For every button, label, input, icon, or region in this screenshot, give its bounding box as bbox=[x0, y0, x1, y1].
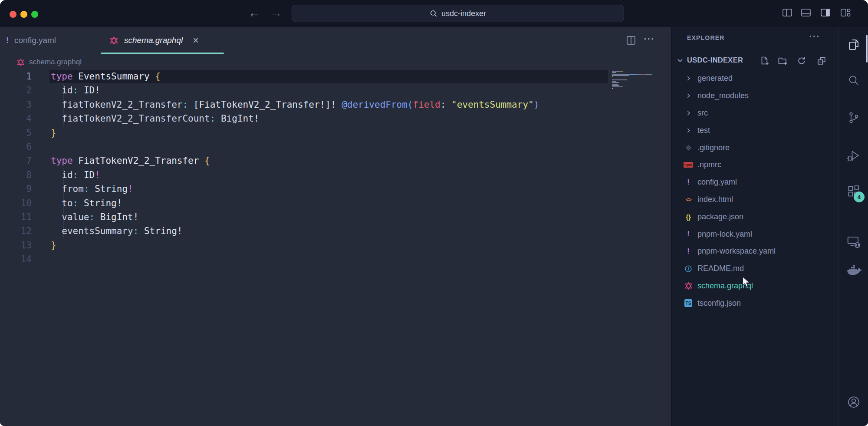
code-text: id: ID! bbox=[32, 168, 100, 182]
tree-item-label: .gitignore bbox=[697, 143, 730, 152]
code-text: from: String! bbox=[32, 182, 133, 196]
new-file-icon[interactable] bbox=[759, 56, 769, 66]
breadcrumb[interactable]: schema.graphql bbox=[16, 56, 82, 69]
back-button[interactable]: ← bbox=[248, 6, 260, 20]
tree-file-README-md[interactable]: README.md bbox=[672, 260, 838, 277]
editor-more-actions-icon[interactable]: ⋯ bbox=[643, 32, 654, 46]
explorer-more-actions-icon[interactable]: ⋯ bbox=[809, 30, 820, 43]
collapse-all-icon[interactable] bbox=[816, 56, 827, 66]
panel-right-icon[interactable] bbox=[819, 7, 832, 19]
tree-file--gitignore[interactable]: .gitignore bbox=[672, 139, 838, 156]
source-control-icon[interactable] bbox=[845, 109, 862, 126]
line-number: 12 bbox=[0, 224, 32, 238]
close-window-button[interactable] bbox=[10, 11, 16, 18]
json-icon: {} bbox=[683, 213, 694, 221]
tree-folder-test[interactable]: test bbox=[672, 122, 838, 139]
explorer-title: EXPLORER bbox=[687, 34, 725, 41]
file-tree: generatednode_modulessrctest.gitignorenp… bbox=[672, 70, 838, 312]
code-line[interactable]: 12 eventsSummary: String! bbox=[0, 224, 671, 238]
layout-customize-icon[interactable] bbox=[839, 7, 852, 19]
zoom-window-button[interactable] bbox=[31, 11, 38, 18]
code-area[interactable]: 1type EventsSummary {2 id: ID!3 fiatToke… bbox=[0, 69, 671, 266]
code-line[interactable]: 3 fiatTokenV2_2_Transfer: [FiatTokenV2_2… bbox=[0, 98, 671, 112]
line-number: 6 bbox=[0, 140, 32, 154]
tree-file-pnpm-workspace-yaml[interactable]: !pnpm-workspace.yaml bbox=[672, 243, 838, 260]
code-line[interactable]: 4 fiatTokenV2_2_TransferCount: BigInt! bbox=[0, 112, 671, 125]
chevron-right-icon bbox=[683, 109, 694, 117]
new-folder-icon[interactable] bbox=[777, 56, 788, 66]
minimap-line bbox=[612, 84, 655, 85]
tab-config-yaml[interactable]: ! config.yaml bbox=[6, 27, 56, 54]
code-text: } bbox=[32, 126, 56, 140]
typescript-icon: TS bbox=[684, 299, 692, 307]
code-line[interactable]: 1type EventsSummary { bbox=[0, 69, 671, 83]
tree-item-label: pnpm-workspace.yaml bbox=[697, 247, 776, 256]
info-icon bbox=[684, 265, 692, 273]
line-number: 11 bbox=[0, 210, 32, 224]
code-line[interactable]: 10 to: String! bbox=[0, 196, 671, 210]
yaml-icon: ! bbox=[683, 247, 694, 256]
explorer-icon[interactable] bbox=[845, 36, 862, 53]
code-text bbox=[32, 252, 51, 266]
code-line[interactable]: 14 bbox=[0, 252, 671, 266]
tree-file-package-json[interactable]: {}package.json bbox=[672, 208, 838, 225]
tab-label: config.yaml bbox=[14, 36, 56, 45]
code-line[interactable]: 13} bbox=[0, 238, 671, 252]
active-tab-underline bbox=[101, 53, 224, 54]
graphql-icon bbox=[684, 282, 693, 290]
chevron-right-icon bbox=[685, 92, 692, 99]
code-line[interactable]: 2 id: ID! bbox=[0, 83, 671, 97]
code-line[interactable]: 7type FiatTokenV2_2_Transfer { bbox=[0, 154, 671, 168]
account-icon[interactable] bbox=[845, 394, 862, 410]
remote-explorer-icon[interactable] bbox=[845, 234, 862, 250]
forward-button[interactable]: → bbox=[270, 6, 282, 20]
search-icon[interactable] bbox=[845, 72, 862, 89]
code-line[interactable]: 5} bbox=[0, 126, 671, 140]
yaml-icon: ! bbox=[683, 230, 694, 238]
code-line[interactable]: 9 from: String! bbox=[0, 182, 671, 196]
tree-file--npmrc[interactable]: npm.npmrc bbox=[672, 156, 838, 174]
minimize-window-button[interactable] bbox=[20, 11, 27, 18]
tree-file-schema-graphql[interactable]: schema.graphql bbox=[672, 277, 838, 295]
line-number: 2 bbox=[0, 83, 32, 97]
tree-file-tsconfig-json[interactable]: TStsconfig.json bbox=[672, 294, 838, 312]
code-line[interactable]: 11 value: BigInt! bbox=[0, 210, 671, 224]
chevron-right-icon bbox=[683, 92, 694, 99]
tree-folder-node-modules[interactable]: node_modules bbox=[672, 87, 838, 105]
refresh-explorer-icon[interactable] bbox=[796, 56, 807, 66]
tab-schema-graphql[interactable]: schema.graphql × bbox=[109, 27, 199, 54]
run-debug-icon[interactable] bbox=[845, 147, 862, 164]
vscode-window: ← → usdc-indexer ! config.yaml bbox=[0, 0, 868, 426]
tree-file-pnpm-lock-yaml[interactable]: !pnpm-lock.yaml bbox=[672, 225, 838, 243]
extensions-icon[interactable]: 4 bbox=[845, 183, 862, 200]
git-icon bbox=[685, 144, 692, 152]
git-icon bbox=[683, 144, 694, 152]
project-section-header[interactable]: USDC-INDEXER bbox=[672, 52, 838, 69]
command-center-text: usdc-indexer bbox=[441, 9, 486, 18]
command-center[interactable]: usdc-indexer bbox=[292, 5, 624, 22]
minimap[interactable] bbox=[612, 71, 655, 91]
tree-file-index-html[interactable]: <>index.html bbox=[672, 191, 838, 208]
line-number: 8 bbox=[0, 168, 32, 182]
line-number: 10 bbox=[0, 196, 32, 210]
split-editor-icon[interactable] bbox=[625, 35, 637, 46]
code-line[interactable]: 6 bbox=[0, 140, 671, 154]
active-view-indicator bbox=[866, 35, 868, 63]
tree-folder-generated[interactable]: generated bbox=[672, 70, 838, 87]
code-text: fiatTokenV2_2_TransferCount: BigInt! bbox=[32, 112, 259, 125]
json-icon: {} bbox=[686, 213, 691, 221]
breadcrumb-file: schema.graphql bbox=[29, 58, 82, 66]
yaml-warning-icon: ! bbox=[6, 36, 9, 45]
panel-left-icon[interactable] bbox=[781, 7, 793, 19]
panel-bottom-icon[interactable] bbox=[800, 7, 812, 19]
tree-folder-src[interactable]: src bbox=[672, 105, 838, 122]
code-text: id: ID! bbox=[32, 83, 100, 97]
tree-file-config-yaml[interactable]: !config.yaml bbox=[672, 174, 838, 191]
line-number: 1 bbox=[0, 69, 32, 83]
html-icon: <> bbox=[685, 196, 691, 203]
docker-icon[interactable] bbox=[845, 262, 862, 279]
line-number: 9 bbox=[0, 182, 32, 196]
code-line[interactable]: 8 id: ID! bbox=[0, 168, 671, 182]
close-tab-icon[interactable]: × bbox=[193, 36, 198, 45]
line-number: 7 bbox=[0, 154, 32, 168]
